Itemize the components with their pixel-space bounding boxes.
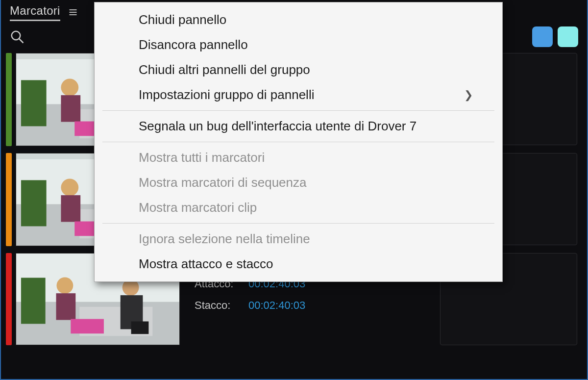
chevron-right-icon: ❯ <box>464 89 473 101</box>
svg-point-3 <box>12 31 21 40</box>
svg-rect-32 <box>131 322 149 334</box>
svg-rect-2 <box>69 14 76 15</box>
menu-report-bug[interactable]: Segnala un bug dell'interfaccia utente d… <box>95 114 502 139</box>
menu-separator <box>102 110 494 111</box>
svg-rect-1 <box>69 12 76 13</box>
svg-point-27 <box>57 277 74 294</box>
panel-menu-button[interactable] <box>66 5 80 19</box>
markers-panel: Marcatori <box>0 0 588 380</box>
menu-close-panel[interactable]: Chiudi pannello <box>95 7 502 32</box>
svg-point-18 <box>61 178 78 196</box>
panel-title[interactable]: Marcatori <box>10 4 60 21</box>
svg-rect-28 <box>56 293 76 320</box>
menu-panel-group-settings[interactable]: Impostazioni gruppo di pannelli ❯ <box>95 82 502 107</box>
menu-show-in-out[interactable]: Mostra attacco e stacco <box>95 252 502 277</box>
field-value-out[interactable]: 00:02:40:03 <box>248 299 305 312</box>
menu-show-all-markers[interactable]: Mostra tutti i marcatori <box>95 145 502 170</box>
svg-point-9 <box>61 78 78 96</box>
svg-rect-0 <box>69 9 76 10</box>
menu-show-clip-markers[interactable]: Mostra marcatori clip <box>95 195 502 220</box>
svg-rect-21 <box>21 180 47 226</box>
marker-color-bar <box>6 253 12 345</box>
field-label-out: Stacco: <box>195 299 248 312</box>
color-chip-cyan[interactable] <box>558 26 578 47</box>
search-icon[interactable] <box>10 29 24 44</box>
panel-context-menu: Chiudi pannello Disancora pannello Chiud… <box>94 2 503 282</box>
menu-undock-panel[interactable]: Disancora pannello <box>95 32 502 57</box>
menu-close-other-panels[interactable]: Chiudi altri pannelli del gruppo <box>95 57 502 82</box>
marker-color-filter <box>532 26 578 47</box>
svg-line-4 <box>19 39 24 43</box>
menu-show-sequence-markers[interactable]: Mostra marcatori di sequenza <box>95 170 502 195</box>
menu-ignore-timeline-selection[interactable]: Ignora selezione nella timeline <box>95 227 502 252</box>
menu-separator <box>102 142 494 142</box>
marker-color-bar <box>6 53 12 146</box>
marker-color-bar <box>6 153 12 246</box>
color-chip-blue[interactable] <box>532 26 553 47</box>
svg-rect-19 <box>61 195 80 222</box>
svg-rect-25 <box>21 278 46 324</box>
svg-rect-12 <box>21 80 47 126</box>
menu-separator <box>102 223 494 224</box>
svg-rect-29 <box>71 319 104 334</box>
hamburger-icon <box>68 7 78 17</box>
svg-rect-10 <box>61 95 80 122</box>
